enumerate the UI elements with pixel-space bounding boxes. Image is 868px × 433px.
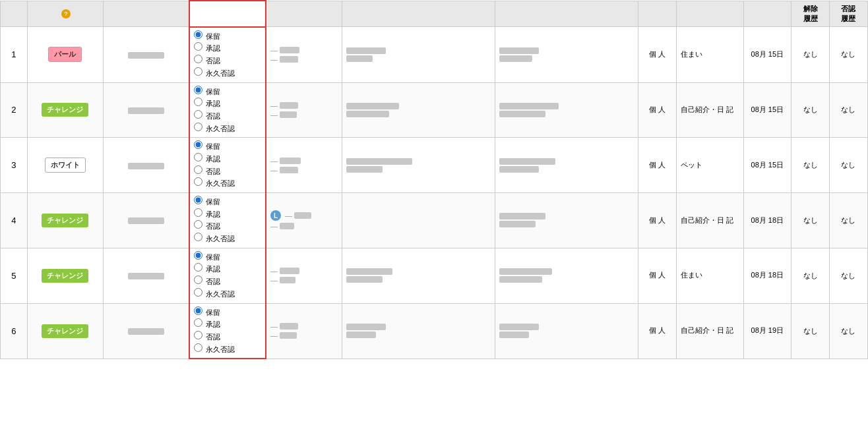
radio-option-2[interactable]: 否認 (194, 331, 261, 343)
table-row: 5 チャレンジ 保留 承認 否認 永久否認 — — 個 人 住まい 08月 18… (1, 248, 868, 303)
site-bar-2 (280, 111, 297, 118)
site-line-1: — (270, 157, 338, 165)
radio-input-0[interactable] (194, 196, 202, 204)
category-text: 自己紹介・日 記 (681, 105, 739, 115)
radio-input-2[interactable] (194, 110, 202, 119)
appeal-site-lines (499, 158, 634, 173)
row-appeal (495, 248, 638, 303)
radio-option-2[interactable]: 否認 (194, 165, 261, 178)
id-bar (128, 107, 164, 114)
radio-option-0[interactable]: 保留 (194, 251, 261, 264)
table-row: 1 パール 保留 承認 否認 永久否認 — — 個 人 住まい 08月 15日 … (1, 27, 868, 82)
radio-input-0[interactable] (194, 30, 202, 39)
row-no: 2 (1, 82, 28, 138)
radio-input-3[interactable] (194, 288, 202, 297)
radio-option-2[interactable]: 否認 (194, 55, 261, 67)
header-id (104, 1, 189, 27)
row-appeal (495, 27, 638, 82)
radio-option-0[interactable]: 保留 (194, 30, 261, 43)
row-apply-date: 08月 19日 (743, 303, 791, 359)
radio-input-2[interactable] (194, 275, 202, 284)
radio-input-0[interactable] (194, 86, 202, 94)
main-site-line-1 (346, 47, 491, 54)
radio-input-2[interactable] (194, 331, 202, 339)
radio-option-3[interactable]: 永久否認 (194, 67, 261, 80)
radio-input-1[interactable] (194, 42, 202, 51)
radio-option-1[interactable]: 承認 (194, 98, 261, 110)
site-lines: — — (270, 267, 338, 284)
radio-input-1[interactable] (194, 263, 202, 272)
row-no: 6 (1, 303, 28, 359)
category-text: 自己紹介・日 記 (681, 216, 739, 225)
radio-input-0[interactable] (194, 306, 202, 315)
main-site-line-1 (346, 268, 491, 275)
radio-option-3[interactable]: 永久否認 (194, 288, 261, 301)
appeal-line-2 (499, 166, 634, 173)
radio-input-1[interactable] (194, 208, 202, 217)
radio-input-0[interactable] (194, 251, 202, 260)
rank-question-icon[interactable]: ? (61, 9, 71, 18)
radio-input-2[interactable] (194, 55, 202, 63)
radio-option-0[interactable]: 保留 (194, 86, 261, 98)
row-approval[interactable]: 保留 承認 否認 永久否認 (189, 193, 266, 248)
radio-option-3[interactable]: 永久否認 (194, 123, 261, 135)
radio-option-2[interactable]: 否認 (194, 110, 261, 123)
row-approval[interactable]: 保留 承認 否認 永久否認 (189, 82, 266, 138)
site-bar-2 (280, 56, 298, 63)
radio-option-1[interactable]: 承認 (194, 42, 261, 55)
radio-input-1[interactable] (194, 153, 202, 161)
row-id (104, 27, 189, 82)
radio-option-0[interactable]: 保留 (194, 140, 261, 153)
header-site (266, 1, 342, 27)
row-category: 住まい (677, 248, 743, 303)
radio-option-3[interactable]: 永久否認 (194, 233, 261, 245)
row-kubun: 個 人 (638, 193, 677, 248)
radio-option-0[interactable]: 保留 (194, 196, 261, 208)
site-line-2: — (270, 276, 338, 284)
row-kubun: 個 人 (638, 138, 677, 193)
radio-input-3[interactable] (194, 67, 202, 76)
row-approval[interactable]: 保留 承認 否認 永久否認 (189, 27, 266, 82)
radio-input-0[interactable] (194, 140, 202, 149)
radio-input-2[interactable] (194, 220, 202, 229)
main-bar-2 (346, 276, 383, 283)
radio-input-3[interactable] (194, 343, 202, 352)
radio-option-1[interactable]: 承認 (194, 208, 261, 221)
l-badge: L (270, 210, 281, 221)
site-bar-2 (280, 167, 298, 173)
site-line-1: L— (270, 210, 338, 221)
radio-option-2[interactable]: 否認 (194, 220, 261, 233)
radio-input-3[interactable] (194, 233, 202, 241)
row-kubun: 個 人 (638, 82, 677, 138)
header-rank: ? (27, 1, 104, 27)
radio-option-1[interactable]: 承認 (194, 263, 261, 275)
radio-input-1[interactable] (194, 98, 202, 106)
radio-option-3[interactable]: 永久否認 (194, 177, 261, 190)
main-site-line-2 (346, 111, 491, 117)
row-approval[interactable]: 保留 承認 否認 永久否認 (189, 303, 266, 359)
row-id (104, 193, 189, 248)
radio-input-1[interactable] (194, 318, 202, 327)
appeal-line-2 (499, 221, 634, 227)
appeal-line-2 (499, 276, 634, 283)
row-approval[interactable]: 保留 承認 否認 永久否認 (189, 138, 266, 193)
radio-input-3[interactable] (194, 123, 202, 131)
radio-option-3[interactable]: 永久否認 (194, 343, 261, 356)
radio-input-2[interactable] (194, 165, 202, 174)
radio-option-0[interactable]: 保留 (194, 306, 261, 319)
radio-input-3[interactable] (194, 177, 202, 186)
row-approval[interactable]: 保留 承認 否認 永久否認 (189, 248, 266, 303)
radio-option-1[interactable]: 承認 (194, 153, 261, 165)
rank-badge: チャレンジ (42, 214, 88, 227)
row-main-site (342, 138, 495, 193)
site-bar-2 (280, 277, 295, 283)
row-category: 自己紹介・日 記 (677, 303, 743, 359)
site-line-2: — (270, 166, 338, 174)
row-kubun: 個 人 (638, 27, 677, 82)
radio-option-1[interactable]: 承認 (194, 318, 261, 331)
row-rank: チャレンジ (27, 303, 104, 359)
row-apply-date: 08月 15日 (743, 138, 791, 193)
row-kaijo: なし (791, 82, 830, 138)
rank-badge: チャレンジ (42, 269, 88, 283)
radio-option-2[interactable]: 否認 (194, 275, 261, 288)
